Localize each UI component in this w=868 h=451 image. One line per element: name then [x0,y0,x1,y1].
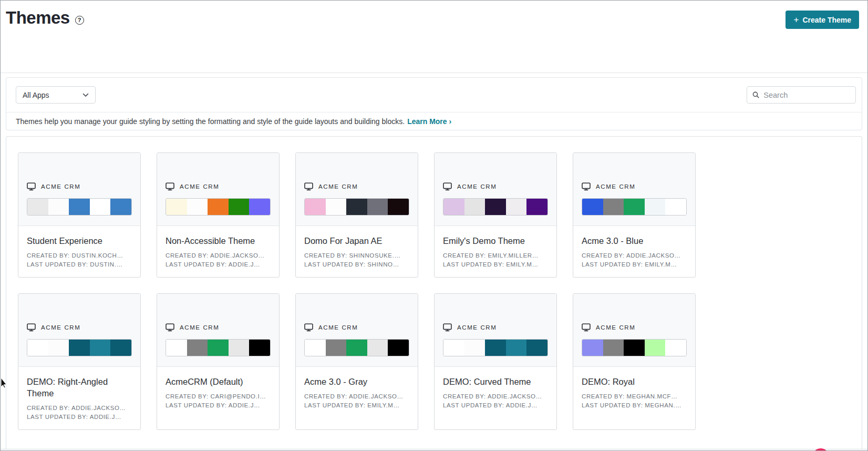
theme-name: DEMO: Right-Angled Theme [27,376,132,399]
themes-description: Themes help you manage your guide stylin… [16,117,405,126]
themes-panel: ACME CRM Student Experience CREATED BY: … [6,136,862,449]
palette-swatch [48,199,69,215]
palette-swatch [388,199,409,215]
theme-card-preview: ACME CRM [296,153,418,226]
theme-card-preview: ACME CRM [296,294,418,367]
theme-card[interactable]: ACME CRM Acme 3.0 - Blue CREATED BY: ADD… [573,152,696,278]
theme-card-details: Non-Accessible Theme CREATED BY: ADDIE.J… [157,226,279,277]
palette-swatch [665,199,686,215]
theme-card[interactable]: ACME CRM Student Experience CREATED BY: … [18,152,141,278]
theme-name: Student Experience [27,235,132,247]
theme-card-details: DEMO: Royal CREATED BY: MEGHAN.MCF… LAST… [573,367,695,429]
theme-card[interactable]: ACME CRM Non-Accessible Theme CREATED BY… [157,152,280,278]
theme-created-by: CREATED BY: SHINNOSUKE.… [304,251,409,260]
palette-swatch [27,199,48,215]
palette-swatch [110,199,131,215]
palette-swatch [326,199,347,215]
theme-updated-by: LAST UPDATED BY: EMILY.M… [304,401,409,410]
theme-color-palette [304,198,409,216]
theme-card-details: Student Experience CREATED BY: DUSTIN.KO… [18,226,140,277]
palette-swatch [464,199,485,215]
palette-swatch [526,199,547,215]
palette-swatch [229,199,250,215]
theme-color-palette [443,198,548,216]
theme-card[interactable]: ACME CRM Emily's Demo Theme CREATED BY: … [434,152,557,278]
palette-swatch [305,340,326,356]
theme-card-details: DEMO: Right-Angled Theme CREATED BY: ADD… [18,367,140,429]
theme-name: Domo For Japan AE [304,235,409,247]
bottom-divider [1,449,867,449]
theme-card[interactable]: ACME CRM Acme 3.0 - Gray CREATED BY: ADD… [295,293,418,430]
palette-swatch [48,340,69,356]
plus-icon: + [793,15,799,24]
palette-swatch [506,199,527,215]
palette-swatch [110,340,131,356]
app-name-label: ACME CRM [457,324,497,331]
app-name-label: ACME CRM [457,183,497,190]
theme-card-preview: ACME CRM [435,153,556,226]
page-title: Themes [6,8,70,28]
theme-color-palette [443,339,548,356]
theme-card[interactable]: ACME CRM DEMO: Curved Theme CREATED BY: … [434,293,557,430]
palette-swatch [367,199,388,215]
theme-color-palette [166,198,271,216]
theme-name: DEMO: Royal [582,376,687,387]
theme-updated-by: LAST UPDATED BY: ADDIE.J… [166,401,271,410]
theme-card[interactable]: ACME CRM DEMO: Royal CREATED BY: MEGHAN.… [573,293,696,430]
learn-more-link[interactable]: Learn More › [407,117,451,126]
palette-swatch [90,340,111,356]
theme-card[interactable]: ACME CRM DEMO: Right-Angled Theme CREATE… [18,293,141,430]
app-name-label: ACME CRM [41,183,80,190]
theme-name: Emily's Demo Theme [443,235,548,247]
monitor-icon [166,323,174,332]
palette-swatch [388,340,409,356]
theme-card-details: Acme 3.0 - Blue CREATED BY: ADDIE.JACKSO… [573,226,695,277]
theme-card-preview: ACME CRM [573,153,695,226]
theme-updated-by: LAST UPDATED BY: DUSTIN.… [27,260,132,269]
theme-color-palette [304,339,409,356]
theme-card[interactable]: ACME CRM Domo For Japan AE CREATED BY: S… [295,152,418,278]
palette-swatch [485,199,506,215]
palette-swatch [443,199,464,215]
app-filter-select[interactable]: All Apps [16,86,96,104]
palette-swatch [166,199,187,215]
page-header: Themes ? + Create Theme [1,1,867,73]
theme-card-preview: ACME CRM [157,153,279,226]
app-name-label: ACME CRM [180,183,219,190]
theme-created-by: CREATED BY: MEGHAN.MCF… [582,392,687,401]
theme-card-details: DEMO: Curved Theme CREATED BY: ADDIE.JAC… [435,367,556,429]
theme-color-palette [27,198,132,216]
theme-card-details: AcmeCRM (Default) CREATED BY: CARI@PENDO… [157,367,279,429]
theme-created-by: CREATED BY: CARI@PENDO.I… [166,392,271,401]
app-name-label: ACME CRM [596,324,635,331]
theme-updated-by: LAST UPDATED BY: MEGHAN.… [582,401,687,410]
palette-swatch [624,199,645,215]
palette-swatch [665,340,686,356]
theme-updated-by: LAST UPDATED BY: EMILY.M… [443,260,548,269]
create-theme-button[interactable]: + Create Theme [786,11,859,29]
help-icon[interactable]: ? [75,16,84,25]
palette-swatch [582,340,603,356]
theme-card-preview: ACME CRM [435,294,556,367]
app-name-label: ACME CRM [318,183,358,190]
palette-swatch [90,199,111,215]
theme-name: Acme 3.0 - Gray [304,376,409,387]
theme-card-preview: ACME CRM [573,294,695,367]
theme-updated-by: LAST UPDATED BY: SHINNO… [304,260,409,269]
search-field[interactable] [747,86,856,104]
palette-swatch [645,340,666,356]
app-name-label: ACME CRM [596,183,635,190]
theme-card[interactable]: ACME CRM AcmeCRM (Default) CREATED BY: C… [157,293,280,430]
theme-created-by: CREATED BY: ADDIE.JACKSO… [27,404,132,413]
theme-name: Acme 3.0 - Blue [582,235,687,247]
theme-card-preview: ACME CRM [18,153,140,226]
palette-swatch [208,199,229,215]
monitor-icon [304,323,313,332]
app-filter-value: All Apps [23,91,49,99]
palette-swatch [603,340,624,356]
create-theme-button-label: Create Theme [802,16,851,24]
app-name-label: ACME CRM [318,324,358,331]
app-name-label: ACME CRM [41,324,80,331]
theme-card-preview: ACME CRM [157,294,279,367]
search-input[interactable] [763,91,850,99]
